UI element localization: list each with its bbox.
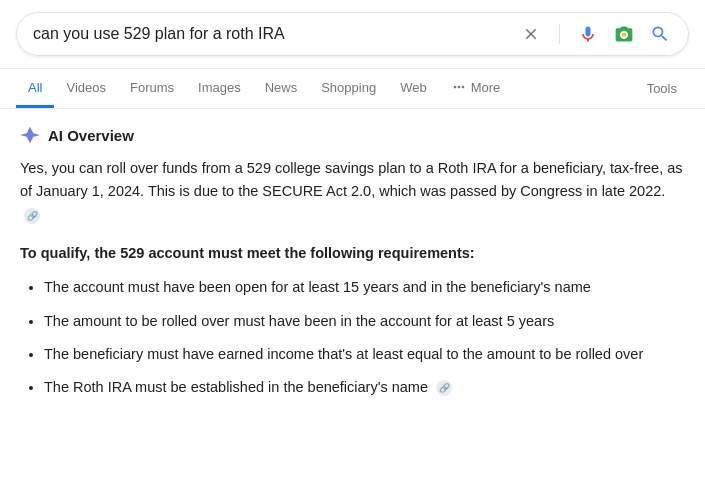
- search-bar: can you use 529 plan for a roth IRA: [16, 12, 689, 56]
- list-item: The amount to be rolled over must have b…: [44, 310, 685, 333]
- tab-images[interactable]: Images: [186, 70, 253, 108]
- ai-diamond-icon: [20, 125, 40, 145]
- ai-overview-intro: Yes, you can roll over funds from a 529 …: [20, 157, 685, 227]
- tab-shopping[interactable]: Shopping: [309, 70, 388, 108]
- source-link-icon-2[interactable]: 🔗: [436, 380, 452, 396]
- search-button[interactable]: [648, 22, 672, 46]
- search-action-icons: [519, 22, 672, 46]
- search-icon: [650, 24, 670, 44]
- nav-tabs: All Videos Forums Images News Shopping W…: [0, 69, 705, 109]
- list-item: The beneficiary must have earned income …: [44, 343, 685, 366]
- search-input[interactable]: can you use 529 plan for a roth IRA: [33, 23, 519, 45]
- requirements-title: To qualify, the 529 account must meet th…: [20, 243, 685, 265]
- tab-web[interactable]: Web: [388, 70, 439, 108]
- voice-search-button[interactable]: [576, 22, 600, 46]
- clear-button[interactable]: [519, 22, 543, 46]
- tab-videos[interactable]: Videos: [54, 70, 118, 108]
- tools-button[interactable]: Tools: [635, 71, 689, 106]
- tab-news[interactable]: News: [253, 70, 310, 108]
- ai-overview-header: AI Overview: [20, 125, 685, 145]
- list-item: The Roth IRA must be established in the …: [44, 376, 685, 399]
- main-content: AI Overview Yes, you can roll over funds…: [0, 109, 705, 415]
- search-bar-container: can you use 529 plan for a roth IRA: [0, 0, 705, 69]
- tab-forums[interactable]: Forums: [118, 70, 186, 108]
- camera-icon: [614, 24, 634, 44]
- ai-overview-title: AI Overview: [48, 127, 134, 144]
- tab-all[interactable]: All: [16, 70, 54, 108]
- svg-point-0: [622, 33, 626, 37]
- svg-marker-1: [20, 127, 40, 144]
- image-search-button[interactable]: [612, 22, 636, 46]
- divider: [559, 24, 560, 44]
- more-dots-icon: [451, 79, 467, 95]
- requirements-list: The account must have been open for at l…: [20, 276, 685, 399]
- close-icon: [522, 25, 540, 43]
- mic-icon: [578, 24, 598, 44]
- tab-more[interactable]: More: [439, 69, 513, 108]
- list-item: The account must have been open for at l…: [44, 276, 685, 299]
- source-link-icon[interactable]: 🔗: [24, 208, 40, 224]
